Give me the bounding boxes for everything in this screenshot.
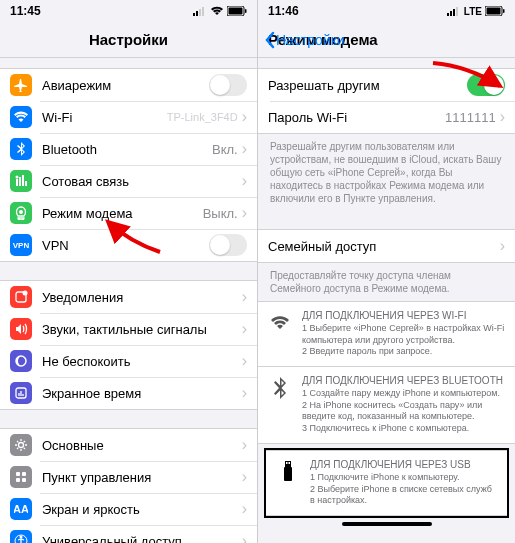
chevron-right-icon: › — [242, 468, 247, 486]
row-label: Пункт управления — [42, 470, 242, 485]
settings-row-display[interactable]: AAЭкран и яркость› — [0, 493, 257, 525]
chevron-left-icon — [264, 31, 276, 49]
chevron-right-icon: › — [242, 108, 247, 126]
svg-rect-15 — [22, 472, 26, 476]
help-text: Разрешайте другим пользователям или устр… — [258, 134, 515, 211]
conn-title: ДЛЯ ПОДКЛЮЧЕНИЯ ЧЕРЕЗ USB — [310, 459, 497, 470]
signal-icon — [193, 6, 207, 16]
settings-row-vpn[interactable]: VPNVPN — [0, 229, 257, 261]
group-general: Основные›Пункт управления›AAЭкран и ярко… — [0, 428, 257, 543]
conn-step: 2 Выберите iPhone в списке сетевых служб… — [310, 484, 497, 507]
toggle[interactable] — [209, 74, 247, 96]
chevron-right-icon: › — [242, 384, 247, 402]
allow-others-row[interactable]: Разрешать другим — [258, 69, 515, 101]
signal-icon — [447, 6, 461, 16]
row-label: Основные — [42, 438, 242, 453]
settings-row-cellular[interactable]: Сотовая связь› — [0, 165, 257, 197]
settings-row-airplane[interactable]: Авиарежим — [0, 69, 257, 101]
settings-row-controlc[interactable]: Пункт управления› — [0, 461, 257, 493]
chevron-right-icon: › — [242, 204, 247, 222]
cellular-icon — [10, 170, 32, 192]
status-time: 11:46 — [268, 4, 299, 18]
nav-title: Настройки — [89, 31, 168, 48]
svg-rect-14 — [16, 472, 20, 476]
settings-row-general[interactable]: Основные› — [0, 429, 257, 461]
settings-row-hotspot[interactable]: Режим модемаВыкл.› — [0, 197, 257, 229]
family-label: Семейный доступ — [268, 239, 500, 254]
hotspot-icon — [10, 202, 32, 224]
settings-row-access[interactable]: Универсальный доступ› — [0, 525, 257, 543]
svg-rect-23 — [453, 9, 455, 16]
row-label: Универсальный доступ — [42, 534, 242, 544]
pwd-value: 1111111 — [445, 110, 496, 125]
toggle[interactable] — [209, 234, 247, 256]
row-label: Сотовая связь — [42, 174, 242, 189]
status-net: LTE — [464, 6, 482, 17]
wifi-icon — [268, 310, 292, 358]
svg-rect-24 — [456, 7, 458, 16]
settings-row-bluetooth[interactable]: BluetoothВкл.› — [0, 133, 257, 165]
row-label: Bluetooth — [42, 142, 212, 157]
conn-section-usb: ДЛЯ ПОДКЛЮЧЕНИЯ ЧЕРЕЗ USB1 Подключите iP… — [266, 450, 507, 516]
vpn-icon: VPN — [10, 234, 32, 256]
status-right — [193, 6, 247, 16]
svg-point-19 — [20, 536, 23, 539]
row-label: VPN — [42, 238, 209, 253]
svg-rect-26 — [487, 8, 501, 15]
battery-icon — [485, 6, 505, 16]
svg-rect-31 — [284, 467, 292, 481]
settings-row-sound[interactable]: Звуки, тактильные сигналы› — [0, 313, 257, 345]
row-label: Экран и яркость — [42, 502, 242, 517]
row-label: Звуки, тактильные сигналы — [42, 322, 242, 337]
display-icon: AA — [10, 498, 32, 520]
settings-row-notif[interactable]: Уведомления› — [0, 281, 257, 313]
status-right: LTE — [447, 6, 505, 17]
wifi-icon — [10, 106, 32, 128]
svg-rect-30 — [289, 462, 291, 464]
svg-point-7 — [16, 176, 19, 179]
allow-toggle[interactable] — [467, 74, 505, 96]
allow-label: Разрешать другим — [268, 78, 467, 93]
svg-rect-27 — [503, 9, 505, 13]
chevron-right-icon: › — [500, 108, 505, 126]
chevron-right-icon: › — [500, 237, 505, 255]
chevron-right-icon: › — [242, 288, 247, 306]
svg-rect-16 — [16, 478, 20, 482]
row-value: TP-Link_3F4D — [167, 111, 238, 123]
nav-bar: Настройки Режим модема — [258, 22, 515, 58]
settings-row-screentime[interactable]: Экранное время› — [0, 377, 257, 409]
back-button[interactable]: Настройки — [264, 31, 345, 49]
row-label: Не беспокоить — [42, 354, 242, 369]
hotspot-content[interactable]: Разрешать другим Пароль Wi-Fi 1111111 › … — [258, 58, 515, 543]
conn-step: 3 Подключитесь к iPhone с компьютера. — [302, 423, 505, 435]
svg-rect-0 — [193, 13, 195, 16]
general-icon — [10, 434, 32, 456]
conn-section-wifi: ДЛЯ ПОДКЛЮЧЕНИЯ ЧЕРЕЗ WI-FI1 Выберите «i… — [258, 301, 515, 367]
svg-rect-17 — [22, 478, 26, 482]
svg-rect-22 — [450, 11, 452, 16]
conn-step: 1 Подключите iPhone к компьютеру. — [310, 472, 497, 484]
svg-point-13 — [19, 443, 24, 448]
status-bar: 11:46 LTE — [258, 0, 515, 22]
svg-rect-21 — [447, 13, 449, 16]
chevron-right-icon: › — [242, 352, 247, 370]
svg-point-8 — [19, 210, 23, 214]
family-sharing-row[interactable]: Семейный доступ › — [258, 230, 515, 262]
conn-title: ДЛЯ ПОДКЛЮЧЕНИЯ ЧЕРЕЗ BLUETOOTH — [302, 375, 505, 386]
chevron-right-icon: › — [242, 320, 247, 338]
svg-rect-1 — [196, 11, 198, 16]
row-value: Выкл. — [203, 206, 238, 221]
row-value: Вкл. — [212, 142, 238, 157]
conn-title: ДЛЯ ПОДКЛЮЧЕНИЯ ЧЕРЕЗ WI-FI — [302, 310, 505, 321]
settings-row-wifi[interactable]: Wi-FiTP-Link_3F4D› — [0, 101, 257, 133]
family-help: Предоставляйте точку доступа членам Семе… — [258, 263, 515, 301]
settings-list[interactable]: АвиарежимWi-FiTP-Link_3F4D›BluetoothВкл.… — [0, 58, 257, 543]
chevron-right-icon: › — [242, 172, 247, 190]
svg-point-10 — [23, 291, 28, 296]
wifi-password-row[interactable]: Пароль Wi-Fi 1111111 › — [258, 101, 515, 133]
usb-icon — [276, 459, 300, 507]
row-label: Уведомления — [42, 290, 242, 305]
home-indicator — [342, 522, 432, 526]
group-alerts: Уведомления›Звуки, тактильные сигналы›Не… — [0, 280, 257, 410]
settings-row-dnd[interactable]: Не беспокоить› — [0, 345, 257, 377]
